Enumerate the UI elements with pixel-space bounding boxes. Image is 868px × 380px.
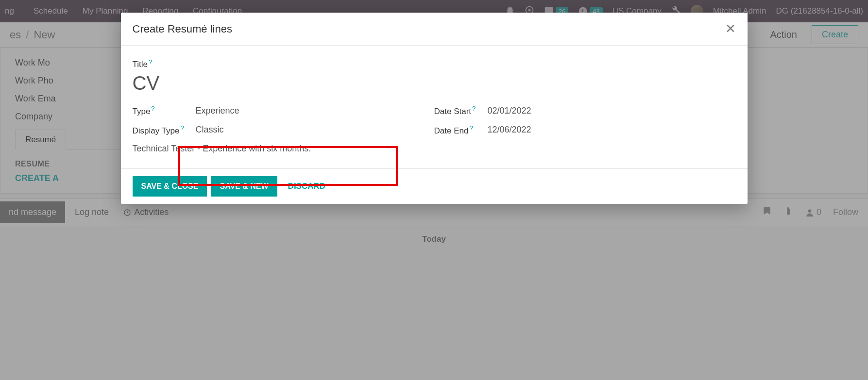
help-icon[interactable]: ? (469, 124, 473, 132)
field-description[interactable]: Technical Tester - Experience with six m… (133, 144, 434, 154)
field-date-start-value[interactable]: 02/01/2022 (488, 106, 531, 116)
help-icon[interactable]: ? (149, 58, 152, 66)
field-display-type-value[interactable]: Classic (196, 125, 224, 135)
field-title-value[interactable]: CV (133, 72, 736, 94)
field-date-end-value[interactable]: 12/06/2022 (488, 125, 531, 135)
label-type: Type (133, 107, 151, 116)
help-icon[interactable]: ? (472, 105, 476, 112)
modal-header: Create Resumé lines ✕ (121, 13, 748, 46)
modal-dialog: Create Resumé lines ✕ Title? CV Type? Ex… (121, 13, 748, 204)
close-icon[interactable]: ✕ (725, 21, 736, 36)
label-display-type: Display Type (133, 126, 180, 135)
field-type-value[interactable]: Experience (196, 106, 239, 116)
save-new-button[interactable]: SAVE & NEW (211, 176, 277, 197)
help-icon[interactable]: ? (181, 124, 184, 132)
help-icon[interactable]: ? (151, 105, 154, 112)
modal-footer: SAVE & CLOSE SAVE & NEW DISCARD (121, 168, 748, 204)
modal-overlay: Create Resumé lines ✕ Title? CV Type? Ex… (0, 0, 868, 380)
label-title: Title (133, 60, 148, 69)
label-date-end: Date End (434, 126, 469, 135)
save-close-button[interactable]: SAVE & CLOSE (133, 176, 207, 197)
label-date-start: Date Start (434, 107, 472, 116)
modal-title: Create Resumé lines (133, 23, 232, 35)
discard-button[interactable]: DISCARD (281, 176, 332, 197)
modal-body: Title? CV Type? Experience Display Type?… (121, 46, 748, 168)
